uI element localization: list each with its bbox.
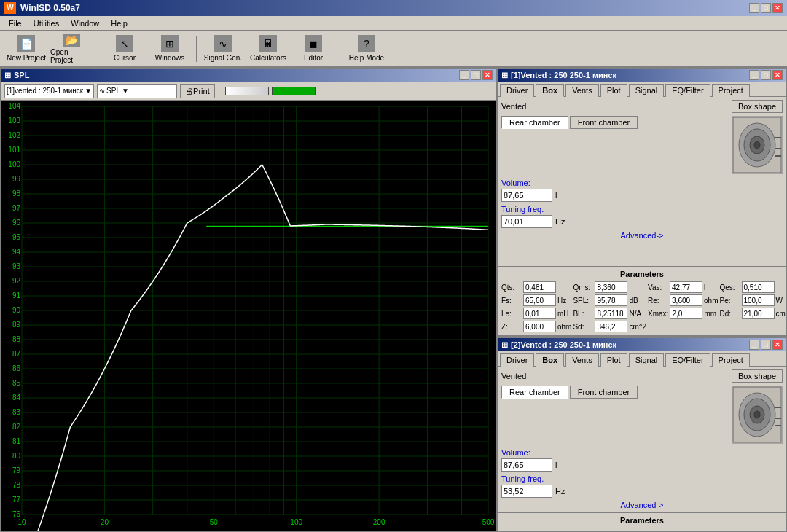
tab-plot-1[interactable]: Plot [600, 84, 627, 97]
vented-1-title-bar: ⊞ [1]Vented : 250 250-1 минск _ □ ✕ [498, 69, 786, 82]
vented-window-2: ⊞ [2]Vented : 250 250-1 минск _ □ ✕ Driv… [497, 337, 787, 532]
calculators-label: Calculators [250, 54, 286, 62]
open-project-label: Open Project [50, 48, 93, 64]
vented-2-minimize-button[interactable]: _ [749, 340, 759, 350]
tab-vents-1[interactable]: Vents [565, 84, 599, 97]
editor-label: Editor [304, 54, 323, 62]
volume-unit-1: l [555, 191, 557, 200]
tab-box-2[interactable]: Box [536, 353, 564, 367]
dropdown-arrow-icon: ▼ [85, 87, 92, 95]
cursor-button[interactable]: ↖ Cursor [103, 33, 146, 65]
signal-gen-button[interactable]: ∿ Signal Gen. [201, 33, 245, 65]
print-label: Print [193, 87, 210, 95]
print-button[interactable]: 🖨 Print [180, 84, 215, 98]
tab-box-1[interactable]: Box [536, 84, 564, 97]
spl-title-icon: ⊞ [4, 71, 11, 80]
menu-window[interactable]: Window [65, 18, 105, 28]
front-chamber-2-button[interactable]: Front chamber [570, 386, 638, 399]
vented-2-close-button[interactable]: ✕ [772, 340, 783, 350]
front-chamber-1-button[interactable]: Front chamber [570, 116, 638, 129]
minimize-button[interactable]: _ [749, 3, 759, 13]
volume-group-2: Volume: l [501, 448, 783, 472]
menu-help[interactable]: Help [105, 18, 133, 28]
spl-close-button[interactable]: ✕ [482, 70, 493, 80]
vented-2-title-bar: ⊞ [2]Vented : 250 250-1 минск _ □ ✕ [498, 338, 786, 351]
box-shape-1-button[interactable]: Box shape [732, 100, 783, 113]
color-bar-white [225, 87, 269, 95]
tab-project-2[interactable]: Project [712, 353, 750, 367]
spl-toolbar: [1]vented : 250-1 минск ▼ ∿ SPL ▼ 🖨 Prin… [1, 82, 496, 101]
param-sd: Sd: 346,2 cm^2 [573, 321, 646, 332]
toolbar-separator-2 [196, 36, 197, 62]
vented-2-box-content: Vented Box shape Rear chamber Front cham… [498, 367, 786, 512]
param-vas: Vas: 42,77 l [648, 281, 718, 293]
tab-signal-1[interactable]: Signal [629, 84, 665, 97]
param-spl: SPL: 95,78 dB [573, 294, 646, 306]
tab-plot-2[interactable]: Plot [600, 353, 627, 367]
color-bar-green [272, 87, 316, 95]
tuning-input-1[interactable] [501, 215, 552, 228]
params-title-2: Parameters [501, 516, 783, 525]
new-project-label: New Project [7, 54, 46, 62]
app-title: WinISD 0.50a7 [20, 3, 80, 13]
volume-row-2: l [501, 458, 783, 472]
menu-file[interactable]: File [3, 18, 28, 28]
tab-eqfilter-1[interactable]: EQ/Filter [665, 84, 710, 97]
calculators-icon: 🖩 [259, 35, 277, 52]
tab-driver-2[interactable]: Driver [500, 353, 534, 367]
volume-input-2[interactable] [501, 458, 552, 472]
params-panel-2: Parameters [498, 512, 786, 531]
windows-button[interactable]: ⊞ Windows [148, 33, 192, 65]
new-project-button[interactable]: 📄 New Project [4, 33, 48, 65]
tuning-group-2: Tuning freq. Hz [501, 474, 783, 498]
volume-label-2: Volume: [501, 448, 783, 457]
menu-utilities[interactable]: Utilities [28, 18, 65, 28]
close-button[interactable]: ✕ [772, 3, 783, 13]
advanced-2-button[interactable]: Advanced-> [501, 501, 783, 509]
vented-1-close-button[interactable]: ✕ [772, 70, 783, 80]
spl-win-controls: _ □ ✕ [459, 70, 493, 80]
volume-input-1[interactable] [501, 189, 552, 202]
volume-label-1: Volume: [501, 179, 783, 187]
tuning-input-2[interactable] [501, 485, 552, 498]
vented-2-maximize-button[interactable]: □ [761, 340, 771, 350]
vented-1-maximize-button[interactable]: □ [761, 70, 771, 80]
signal-gen-label: Signal Gen. [204, 54, 242, 62]
box-shape-2-button[interactable]: Box shape [732, 369, 783, 383]
param-qts: Qts: 0,481 [501, 281, 571, 293]
toolbar-separator-1 [98, 36, 98, 62]
rear-chamber-1-button[interactable]: Rear chamber [501, 116, 568, 129]
speaker-diagram-1 [732, 116, 783, 174]
rear-chamber-2-button[interactable]: Rear chamber [501, 386, 568, 399]
vented-1-tab-bar: Driver Box Vents Plot Signal EQ/Filter P… [498, 82, 786, 97]
spl-type-dropdown[interactable]: ∿ SPL ▼ [97, 84, 177, 98]
advanced-1-button[interactable]: Advanced-> [501, 231, 783, 240]
spl-title-bar: ⊞ SPL _ □ ✕ [1, 69, 496, 82]
project-dropdown-value: [1]vented : 250-1 минск [7, 87, 83, 95]
tab-eqfilter-2[interactable]: EQ/Filter [665, 353, 710, 367]
toolbar: 📄 New Project 📂 Open Project ↖ Cursor ⊞ … [0, 31, 787, 67]
spl-maximize-button[interactable]: □ [471, 70, 481, 80]
tab-driver-1[interactable]: Driver [500, 84, 534, 97]
vented-1-icon: ⊞ [501, 71, 508, 80]
editor-button[interactable]: ◼ Editor [291, 33, 335, 65]
tab-vents-2[interactable]: Vents [565, 353, 599, 367]
spl-minimize-button[interactable]: _ [459, 70, 469, 80]
print-icon: 🖨 [185, 87, 193, 95]
tab-signal-2[interactable]: Signal [629, 353, 665, 367]
maximize-button[interactable]: □ [761, 3, 771, 13]
param-fs: Fs: 65,60 Hz [501, 294, 571, 306]
volume-row-1: l [501, 189, 783, 202]
tab-project-1[interactable]: Project [712, 84, 750, 97]
help-mode-label: Help Mode [349, 54, 384, 62]
vented-1-minimize-button[interactable]: _ [749, 70, 759, 80]
tuning-row-2: Hz [501, 485, 783, 498]
param-qms: Qms: 8,360 [573, 281, 646, 293]
param-qes: Qes: 0,510 [720, 281, 786, 293]
calculators-button[interactable]: 🖩 Calculators [246, 33, 290, 65]
help-mode-button[interactable]: ? Help Mode [345, 33, 388, 65]
project-dropdown[interactable]: [1]vented : 250-1 минск ▼ [4, 84, 94, 98]
vented-2-icon: ⊞ [501, 340, 508, 350]
open-project-button[interactable]: 📂 Open Project [50, 33, 93, 65]
vented-window-1: ⊞ [1]Vented : 250 250-1 минск _ □ ✕ Driv… [497, 67, 787, 337]
